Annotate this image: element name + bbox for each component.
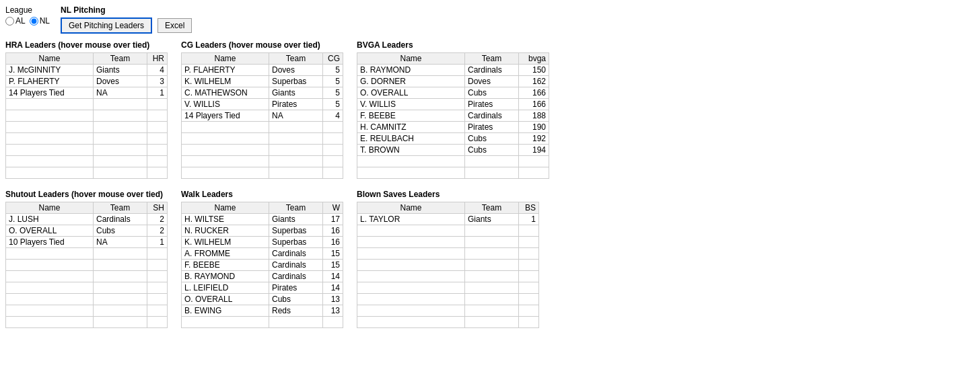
nl-radio[interactable] [30, 17, 38, 26]
row-stat: 2 [147, 225, 168, 237]
blown-saves-leaders-table: Name Team BS L. TAYLORGiants1 [357, 202, 539, 328]
walk-col-team: Team [269, 202, 323, 214]
table-row-empty [182, 122, 343, 133]
row-stat: 1 [519, 214, 539, 225]
table-row-empty [357, 317, 539, 328]
bottom-tables-row: Shutout Leaders (hover mouse over tied) … [5, 190, 975, 328]
bvga-leaders-title: BVGA Leaders [357, 40, 549, 50]
nl-pitching-title: NL Pitching [61, 5, 192, 15]
row-team: Giants [269, 214, 323, 225]
table-row-empty [182, 156, 343, 167]
cg-col-cg: CG [323, 53, 343, 65]
table-row: V. WILLISPirates166 [357, 99, 549, 110]
row-stat: 192 [519, 133, 549, 145]
row-stat: 5 [323, 87, 343, 99]
bs-col-bs: BS [519, 202, 539, 214]
row-stat: 150 [519, 65, 549, 76]
row-name: B. RAYMOND [182, 271, 269, 282]
table-row-empty [6, 260, 168, 271]
row-stat: 16 [323, 237, 343, 248]
row-stat: 17 [323, 214, 343, 225]
table-row: F. BEEBECardinals188 [357, 110, 549, 122]
excel-button[interactable]: Excel [158, 18, 192, 33]
row-team: Giants [269, 87, 323, 99]
row-stat: 194 [519, 145, 549, 156]
table-row-empty [182, 133, 343, 145]
table-row-empty [6, 305, 168, 317]
table-row-empty [182, 317, 343, 328]
row-stat: 2 [147, 214, 168, 225]
row-stat: 3 [147, 76, 168, 87]
row-name: G. DORNER [357, 76, 465, 87]
bvga-col-team: Team [465, 53, 519, 65]
row-name: 14 Players Tied [182, 110, 269, 122]
bvga-col-stat: bvga [519, 53, 549, 65]
row-stat: 13 [323, 305, 343, 317]
table-row-empty [357, 271, 539, 282]
row-team: Doves [269, 65, 323, 76]
cg-col-team: Team [269, 53, 323, 65]
al-radio[interactable] [5, 17, 14, 26]
row-team: Cubs [269, 294, 323, 305]
row-stat: 166 [519, 87, 549, 99]
row-stat: 162 [519, 76, 549, 87]
hra-col-name: Name [6, 53, 94, 65]
walk-leaders-section: Walk Leaders Name Team W H. WILTSEGiants… [181, 190, 343, 328]
row-name: F. BEEBE [357, 110, 465, 122]
hra-col-hr: HR [147, 53, 168, 65]
table-row-empty [6, 282, 168, 294]
table-row: H. WILTSEGiants17 [182, 214, 343, 225]
al-radio-label[interactable]: AL [5, 16, 26, 26]
row-name: P. FLAHERTY [182, 65, 269, 76]
table-row-empty [6, 156, 168, 167]
row-stat: 190 [519, 122, 549, 133]
table-row-empty [6, 167, 168, 179]
row-stat: 5 [323, 76, 343, 87]
table-row: L. TAYLORGiants1 [357, 214, 539, 225]
row-stat: 1 [147, 87, 168, 99]
table-row: N. RUCKERSuperbas16 [182, 225, 343, 237]
al-label: AL [15, 16, 26, 26]
row-team: Superbas [269, 76, 323, 87]
row-name: L. TAYLOR [357, 214, 465, 225]
row-stat: 14 [323, 271, 343, 282]
table-row-empty [357, 167, 549, 179]
hra-col-team: Team [94, 53, 147, 65]
table-row-empty [6, 99, 168, 110]
row-name: B. RAYMOND [357, 65, 465, 76]
table-row: P. FLAHERTYDoves3 [6, 76, 168, 87]
row-name: A. FROMME [182, 248, 269, 260]
table-row-empty [182, 167, 343, 179]
row-team: Cubs [465, 145, 519, 156]
row-name: P. FLAHERTY [6, 76, 94, 87]
table-row: A. FROMMECardinals15 [182, 248, 343, 260]
bvga-leaders-section: BVGA Leaders Name Team bvga B. RAYMONDCa… [357, 40, 549, 179]
row-team: Giants [94, 65, 147, 76]
row-name: L. LEIFIELD [182, 282, 269, 294]
cg-leaders-table: Name Team CG P. FLAHERTYDoves5K. WILHELM… [181, 52, 343, 179]
nl-radio-label[interactable]: NL [30, 16, 50, 26]
bs-col-name: Name [357, 202, 465, 214]
walk-col-w: W [323, 202, 343, 214]
get-leaders-button[interactable]: Get Pitching Leaders [61, 17, 152, 34]
row-stat: 188 [519, 110, 549, 122]
row-name: H. CAMNITZ [357, 122, 465, 133]
row-name: B. EWING [182, 305, 269, 317]
row-team: Doves [94, 76, 147, 87]
row-stat: 4 [147, 65, 168, 76]
row-stat: 4 [323, 110, 343, 122]
hra-leaders-section: HRA Leaders (hover mouse over tied) Name… [5, 40, 168, 179]
row-stat: 15 [323, 260, 343, 271]
table-row: H. CAMNITZPirates190 [357, 122, 549, 133]
table-row-empty [357, 225, 539, 237]
row-stat: 16 [323, 225, 343, 237]
row-team: Cubs [465, 87, 519, 99]
table-row-empty [357, 156, 549, 167]
table-row-empty [357, 248, 539, 260]
row-team: Cardinals [94, 214, 147, 225]
row-name: J. McGINNITY [6, 65, 94, 76]
row-team: Cubs [94, 225, 147, 237]
row-name: T. BROWN [357, 145, 465, 156]
row-team: Pirates [465, 99, 519, 110]
table-row: O. OVERALLCubs2 [6, 225, 168, 237]
